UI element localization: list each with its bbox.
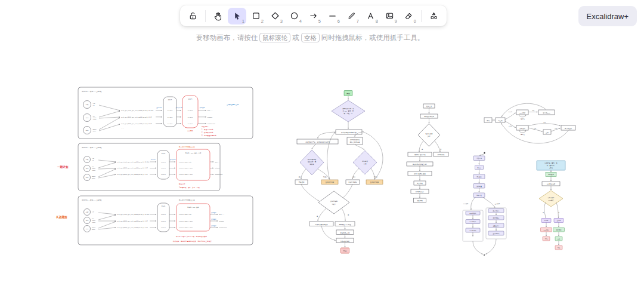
svg-text:开发测试&上线: 开发测试&上线 [340, 232, 351, 234]
flowchart-release-tracks[interactable]: 开始 待上线 Beta包 正式包 Beta测试 重新提交 下线 已下线Beta … [484, 103, 575, 143]
svg-text:确认上线时间表: 确认上线时间表 [349, 142, 360, 143]
svg-text:满足需求、预: 满足需求、预 [308, 161, 317, 163]
svg-text:否: 否 [348, 214, 349, 216]
svg-text:1.9.1040 / amd64 / intel: 1.9.1040 / amd64 / intel [179, 214, 191, 215]
arrow-icon [308, 11, 318, 21]
svg-text:Beta包: Beta包 [509, 111, 513, 112]
svg-text:1.9.1040 / amd64 / A6000: 1.9.1040 / amd64 / A6000 [179, 174, 193, 175]
line-icon [327, 11, 338, 21]
svg-text:amd64: amd64 [92, 227, 96, 228]
svg-text:运营人员确认/检查: 运营人员确认/检查 [414, 173, 426, 175]
diagram-panel-3[interactable]: 长远规划 版本打标——数据——上报流程 内核 CPU arch 4.10 4.1… [55, 196, 253, 245]
svg-text:完成高保真终稿验收: 完成高保真终稿验收 [315, 223, 328, 226]
tool-shortcut: 8 [376, 19, 378, 24]
svg-text:结束: 结束 [343, 250, 347, 252]
rectangle-tool-button[interactable]: 2 [247, 8, 265, 24]
image-tool-button[interactable]: 9 [380, 8, 399, 24]
svg-text:A5000: A5000 [92, 220, 96, 221]
svg-text:开始: 开始 [487, 119, 490, 122]
hand-tool-button[interactable] [209, 8, 227, 24]
excalidraw-plus-button[interactable]: Excalidraw+ [578, 6, 637, 26]
diamond-tool-button[interactable]: 3 [266, 8, 284, 24]
svg-text:所有审核都: 所有审核都 [330, 200, 338, 202]
svg-text:1.9.1040 / amd64 / A5000: 1.9.1040 / amd64 / A5000 [179, 167, 193, 168]
svg-text:合规？: 合规？ [427, 135, 431, 137]
ellipse-tool-button[interactable]: 4 [285, 8, 304, 24]
flowchart-design-review[interactable]: 开始 确定项目需求：包 括 PC、官网、音 箱、小程、TV 评审外链数据营销方案… [295, 91, 383, 254]
svg-text:进数据库组件存档: 进数据库组件存档 [414, 153, 426, 156]
svg-text:组件包是否: 组件包是否 [426, 133, 434, 135]
svg-text:版本号 + ops + 架构 + 内核，精确到设备维度: 版本号 + ops + 架构 + 内核，精确到设备维度 [176, 235, 207, 238]
svg-text:bet6500: bet6500 [215, 167, 221, 168]
svg-text:视觉体验 Lapi 标注: 视觉体验 Lapi 标注 [339, 223, 351, 226]
tool-shortcut: 3 [280, 19, 283, 24]
lock-tool-button[interactable] [184, 8, 202, 24]
svg-text:时间是否: 时间是否 [362, 161, 368, 162]
svg-text:arm64: arm64 [93, 130, 97, 131]
shapes-icon [429, 11, 439, 21]
selection-arrow-icon [232, 11, 242, 21]
svg-text:重新设计方案: 重新设计方案 [370, 181, 379, 183]
svg-text:2种包: 2种包 [549, 167, 553, 169]
svg-text:灰度配置生效: 灰度配置生效 [547, 183, 556, 185]
svg-text:长远规划: 长远规划 [55, 215, 67, 219]
svg-text:intel: intel [92, 218, 94, 219]
svg-text:下线: 下线 [555, 128, 557, 130]
svg-text:CPU: CPU [86, 168, 89, 169]
svg-text:bet6500: bet6500 [219, 220, 225, 222]
svg-text:A6000: A6000 [93, 119, 97, 120]
svg-text:arm64: arm64 [92, 177, 96, 179]
svg-text:审核通过: 审核通过 [299, 181, 305, 183]
svg-text:1 新增字段：ops、架构、内核: 1 新增字段：ops、架构、内核 [179, 186, 200, 189]
svg-text:解析组件包信息: 解析组件包信息 [424, 116, 434, 118]
tool-shortcut: 6 [338, 19, 340, 24]
svg-text:上线: 上线 [546, 132, 549, 134]
draw-tool-button[interactable]: 7 [342, 8, 361, 24]
svg-text:括 PC、官网、音: 括 PC、官网、音 [343, 110, 354, 112]
text-tool-button[interactable]: 8 [361, 8, 380, 24]
svg-text:1.9.1040: 1.9.1040 [161, 167, 166, 168]
main-toolbar: 1 2 3 4 5 6 7 8 9 0 [180, 5, 447, 26]
diagram-panel-1[interactable]: 版本打标——数据——上报流程 内核 CPU arch 4.10 4.1 inte… [78, 87, 253, 139]
selection-tool-button[interactable]: 1 [228, 8, 246, 24]
svg-text:箱、小程、TV: 箱、小程、TV [343, 112, 352, 115]
svg-text:终极命题：高端机型覆盖如何收集，新机型如何上报兼容: 终极命题：高端机型覆盖如何收集，新机型如何上报兼容 [173, 240, 212, 242]
svg-text:1.9.1040 / amd64 / intel: 1.9.1040 / amd64 / intel [179, 161, 191, 162]
diamond-icon [270, 11, 280, 21]
svg-text:通过: 通过 [353, 176, 356, 178]
svg-text:1、双发打标覆盖: 1、双发打标覆盖 [202, 128, 213, 131]
svg-text:已下线Beta: 已下线Beta [543, 112, 550, 114]
svg-text:完成？: 完成？ [332, 203, 336, 205]
svg-text:intel: intel [92, 166, 94, 167]
hand-icon [213, 11, 223, 21]
svg-text:驳回并反馈: 驳回并反馈 [438, 154, 445, 156]
svg-text:DeP……: DeP…… [215, 161, 221, 162]
tool-shortcut: 2 [261, 19, 264, 24]
eraser-tool-button[interactable]: 0 [400, 8, 418, 24]
svg-text:重新提交: 重新提交 [519, 133, 525, 136]
svg-text:灰度发布: 灰度发布 [519, 127, 525, 130]
svg-text:arm64: arm64 [92, 229, 96, 230]
svg-text:完成&验收归档: 完成&验收归档 [340, 240, 351, 242]
arrow-tool-button[interactable]: 5 [304, 8, 323, 24]
svg-text:灰度覆盖: 灰度覆盖 [187, 130, 193, 132]
svg-text:开始: 开始 [346, 93, 350, 95]
eraser-icon [404, 11, 414, 21]
whiteboard-canvas[interactable]: 版本打标——数据——上报流程 内核 CPU arch 4.10 4.1 inte… [0, 0, 644, 301]
svg-text:存在问题：: 存在问题： [202, 125, 209, 128]
state-diagram-package-states[interactable]: 开发打包 测试中 测试通过 灰度配置 版本分拨 beta轨迹 正式轨迹 Beta… [463, 152, 506, 256]
extra-tools-button[interactable] [425, 8, 443, 24]
svg-text:重新提交: 重新提交 [519, 118, 525, 120]
line-tool-button[interactable]: 6 [323, 8, 342, 24]
lock-icon [188, 11, 198, 21]
flowchart-component-publish[interactable]: 组件上架 解析组件包信息 组件包是否 合规？ 是 否 进数据库组件存档 驳回并反… [407, 104, 448, 202]
svg-text:1.9.1040: 1.9.1040 [161, 220, 166, 222]
diagram-panel-2[interactable]: 一期计划 版本打标——数据——上报流程 内核 CPU arch 4.10 4.1… [57, 143, 223, 191]
kbd-space: 空格 [301, 33, 320, 42]
svg-text:设计方案是否: 设计方案是否 [308, 158, 317, 161]
tool-shortcut: 7 [357, 19, 359, 24]
svg-text:外、国内外）: 外、国内外） [547, 164, 555, 167]
flowchart-package-rollout[interactable]: 应用打包（国内、海 外、国内外） 2种包 测试通过 灰度配置生效 该版本灰度 b… [537, 161, 565, 250]
svg-text:已下线正式: 已下线正式 [565, 127, 572, 130]
svg-text:1.9.1040: 1.9.1040 [168, 123, 173, 124]
